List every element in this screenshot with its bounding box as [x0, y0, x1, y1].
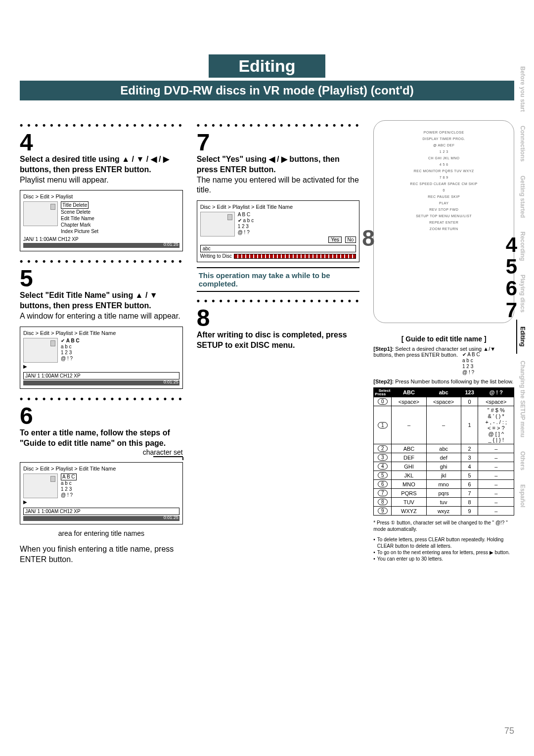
table-cell: 3 [461, 453, 478, 462]
remote-row: PLAY [439, 201, 448, 205]
guide-step2-label: [Step2]: [373, 378, 394, 384]
remote-row: 4 5 6 [440, 163, 448, 166]
remote-diagram: POWER OPEN/CLOSEDISPLAY TIMER PROG.@ ABC… [373, 120, 514, 323]
progress-bar: 0:01:25 [23, 380, 179, 385]
table-cell: – [478, 498, 514, 507]
guide-step1-label: [Step1]: [373, 346, 394, 352]
table-cell: abc [426, 444, 461, 453]
table-cell: 5 [461, 471, 478, 480]
table-cell: – [478, 453, 514, 462]
step-6-post: When you finish entering a title name, p… [20, 544, 183, 565]
table-cell: 7 [461, 489, 478, 498]
step-5-bold: Select "Edit Title Name" using ▲ / ▼ but… [20, 291, 158, 310]
step-8-number: 8 [197, 306, 360, 330]
table-cell: – [392, 406, 426, 444]
table-cell: WXYZ [392, 507, 426, 516]
step-4-bold: Select a desired title using ▲ / ▼ / ◀ /… [20, 155, 169, 174]
progress-label: 0:01:25 [164, 515, 178, 520]
charset-num: 1 2 3 [61, 486, 77, 492]
remote-callout-6: 6 [506, 278, 517, 299]
charset-sym: @ ! ? [61, 356, 80, 362]
charset-caps: ✔ A B C [462, 352, 480, 358]
remote-callout-5: 5 [506, 256, 517, 278]
progress-label: 0:01:25 [164, 242, 178, 247]
screen-thumbnail [23, 201, 58, 226]
table-key: 5 [374, 471, 392, 480]
table-cell: GHI [392, 462, 426, 471]
table-key: 9 [374, 507, 392, 516]
table-cell: – [478, 480, 514, 489]
charset-caps: A B C [61, 473, 77, 480]
charset-lower: a b c [61, 344, 80, 350]
screen-breadcrumb: Disc > Edit > Playlist > Edit Title Name [23, 466, 179, 472]
remote-row: REV STOP FWD [429, 208, 458, 211]
table-cell: <space> [426, 397, 461, 406]
table-cell: JKL [392, 471, 426, 480]
yesno-row: Yes No [200, 236, 356, 243]
step-5-text: A window for entering a title name will … [20, 311, 183, 322]
screen-breadcrumb: Disc > Edit > Playlist > Edit Title Name [23, 330, 179, 336]
table-cell: 4 [461, 462, 478, 471]
section-subtitle: Editing DVD-RW discs in VR mode (Playlis… [20, 81, 514, 100]
table-key: 6 [374, 480, 392, 489]
side-tabs: Before you startConnectionsGetting start… [516, 59, 527, 514]
menu-item-title-delete: Title Delete [61, 201, 89, 209]
remote-row: REPEAT ENTER [429, 221, 458, 224]
table-row: 2ABCabc2– [374, 444, 514, 453]
table-key: 1 [374, 406, 392, 444]
table-cell: wxyz [426, 507, 461, 516]
writing-label: Writing to Disc [200, 253, 232, 259]
remote-row: REC PAUSE SKIP [428, 195, 460, 198]
footnote-item: To delete letters, press CLEAR button re… [377, 536, 514, 549]
remote-row: CH GHI JKL MNO [428, 156, 460, 160]
charset-list: A B C ✔ a b c 1 2 3 @ ! ? [238, 212, 254, 236]
charset-caps: A B C [66, 338, 80, 343]
table-cell: mno [426, 480, 461, 489]
screen-breadcrumb: Disc > Edit > Playlist [23, 193, 179, 199]
side-tab: Connections [516, 119, 527, 169]
table-row: 8TUVtuv8– [374, 498, 514, 507]
charset-lower: a b c [462, 358, 480, 364]
side-tab: Playing discs [516, 268, 527, 320]
step-4-number: 4 [20, 131, 183, 154]
screen-status: JAN/ 1 1:00AM CH12 XP [23, 236, 179, 242]
remote-row: ZOOM RETURN [430, 227, 458, 231]
table-cell: 8 [461, 498, 478, 507]
guide-step-1: [Step1]: Select a desired character set … [373, 346, 514, 376]
remote-callouts-right: 4 5 6 7 [506, 234, 517, 321]
table-cell: – [478, 462, 514, 471]
menu-item: Chapter Mark [61, 222, 179, 228]
table-row: 0<space><space>0<space> [374, 397, 514, 406]
charset-sym: @ ! ? [462, 370, 480, 376]
table-cell: – [478, 471, 514, 480]
divider-dots: • • • • • • • • • • • • • • • • • • • • … [197, 120, 360, 131]
section-title-band: Editing [20, 54, 514, 78]
screen-playlist-menu: Disc > Edit > Playlist Title Delete Scen… [20, 190, 183, 251]
footnote-item: You can enter up to 30 letters. [377, 556, 443, 562]
table-row: 1––1" # $ % & ' ( ) * + , - . / : ; < = … [374, 406, 514, 444]
arrows-row: ▶ [23, 498, 179, 506]
table-key: 8 [374, 498, 392, 507]
table-key: 0 [374, 397, 392, 406]
charset-list: A B C a b c 1 2 3 @ ! ? [61, 473, 77, 498]
table-cell: 6 [461, 480, 478, 489]
remote-row: POWER OPEN/CLOSE [424, 131, 464, 134]
step-7-text: The name you entered will be activated f… [197, 175, 360, 196]
writing-progress [234, 254, 356, 259]
pointer-line [153, 456, 183, 457]
table-cell: 9 [461, 507, 478, 516]
table-cell: tuv [426, 498, 461, 507]
table-key: 2 [374, 444, 392, 453]
table-row: 3DEFdef3– [374, 453, 514, 462]
remote-callout-7: 7 [506, 299, 517, 321]
side-tab: Editing [516, 320, 527, 354]
charset-sym: @ ! ? [238, 230, 254, 236]
step-7-number: 7 [197, 131, 360, 154]
area-caption: area for entering title names [20, 529, 183, 537]
tbl-h-abc-l: abc [426, 388, 461, 397]
page-number: 75 [504, 726, 514, 736]
footnotes: •To delete letters, press CLEAR button r… [373, 536, 514, 562]
table-cell: DEF [392, 453, 426, 462]
step-6-number: 6 [20, 404, 183, 428]
remote-callout-8: 8 [362, 225, 375, 251]
